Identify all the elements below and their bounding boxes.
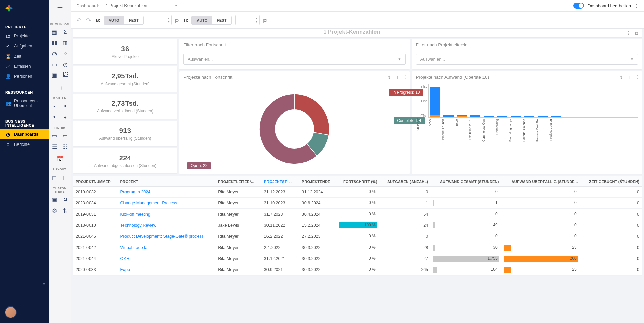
export-icon[interactable]: ⇪	[620, 178, 624, 183]
collapse-sidebar-icon[interactable]: «	[43, 281, 45, 286]
table-row[interactable]: 2021-0044OKRRita Meyer31.12.202130.3.202…	[73, 253, 642, 264]
nav-projects[interactable]: 🗂Projekte	[0, 31, 49, 41]
table-header[interactable]: PROJEKTLEITER*...	[215, 176, 261, 187]
widget-custom1-icon[interactable]: ▣	[50, 195, 59, 204]
table-header[interactable]: AUFWAND GESAMT (STUNDEN)	[431, 176, 501, 187]
bar[interactable]	[524, 116, 534, 117]
nav-tasks[interactable]: ✔Aufgaben	[0, 41, 49, 51]
export-icon[interactable]: ⇪	[627, 30, 631, 36]
dashboard-select[interactable]: 1 Projekt Kennzahlen ▼	[103, 2, 180, 10]
filter-progress-select[interactable]: Auswählen... ▼	[183, 54, 406, 65]
widget-pie-icon[interactable]: ◔	[50, 49, 59, 58]
widget-card4-icon[interactable]: ⬥	[61, 112, 70, 121]
undo-icon[interactable]: ↶	[76, 17, 81, 24]
height-fixed-button[interactable]: FEST	[212, 16, 231, 24]
height-up-icon[interactable]: ▲	[254, 17, 259, 20]
project-link[interactable]: Expo	[120, 267, 130, 272]
widget-card3-icon[interactable]: •	[50, 112, 59, 121]
parameters-icon[interactable]: ⧉	[635, 30, 638, 36]
export-icon[interactable]: ⇪	[619, 75, 623, 80]
table-header[interactable]: PROJEKTST...↓	[261, 176, 299, 187]
table-row[interactable]: 2020-0033ExpoRita Meyer30.9.202130.3.202…	[73, 264, 642, 276]
widget-layout2-icon[interactable]: ◫	[61, 173, 70, 182]
widget-filter3-icon[interactable]: ☰	[50, 142, 59, 151]
nav-persons[interactable]: 👤Personen	[0, 71, 49, 82]
fullscreen-icon[interactable]: ⛶	[401, 75, 406, 80]
metric-card[interactable]: 36Aktive Projekte	[73, 39, 177, 64]
nav-time[interactable]: ⌛Zeit	[0, 51, 49, 61]
fullscreen-icon[interactable]: ⛶	[634, 75, 638, 80]
bar[interactable]	[511, 116, 521, 117]
widget-layout1-icon[interactable]: ◻	[50, 173, 59, 182]
kebab-icon[interactable]: ⋮	[634, 3, 639, 8]
widget-scatter-icon[interactable]: ⁘	[61, 49, 70, 58]
table-row[interactable]: 2021-0042Virtual trade fairRita Meyer2.1…	[73, 242, 642, 253]
widget-card1-icon[interactable]: ⬩	[50, 102, 59, 110]
table-header[interactable]: PROJEKTENDE	[299, 176, 336, 187]
widget-filter4-icon[interactable]: ☷	[61, 142, 70, 151]
project-link[interactable]: OKR	[120, 256, 129, 261]
widget-container-icon[interactable]: ▣	[50, 71, 59, 79]
table-row[interactable]: 2023-0034Change Management ProcessRita M…	[73, 198, 642, 209]
table-header[interactable]: FORTSCHRITT (%)	[336, 176, 380, 187]
redo-icon[interactable]: ↷	[86, 17, 91, 24]
project-link[interactable]: Change Management Process	[120, 201, 177, 205]
bar[interactable]	[538, 116, 548, 118]
bar[interactable]	[497, 116, 507, 117]
width-up-icon[interactable]: ▲	[166, 17, 171, 20]
widget-text-icon[interactable]: ▭	[50, 60, 59, 69]
table-row[interactable]: 2021-0046Product Development: Stage-Gate…	[73, 231, 642, 242]
height-auto-button[interactable]: AUTO	[192, 16, 212, 24]
table-header[interactable]: AUFWAND ÜBERFÄLLIG (STUNDE...	[502, 176, 581, 187]
export-icon[interactable]: ⇪	[387, 75, 391, 80]
width-auto-button[interactable]: AUTO	[104, 16, 124, 24]
maximize-icon[interactable]: ◻	[627, 178, 631, 183]
table-header[interactable]: PROJEKT	[117, 176, 215, 187]
edit-toggle[interactable]	[573, 3, 584, 9]
nav-capture[interactable]: ⇄Erfassen	[0, 61, 49, 71]
widget-custom2-icon[interactable]: 🗎	[61, 195, 70, 204]
widget-barchart-icon[interactable]: ▮▮	[50, 38, 59, 47]
width-down-icon[interactable]: ▼	[166, 20, 171, 24]
metric-card[interactable]: 2,73Tsd.Aufwand verbleibend (Stunden)	[73, 94, 177, 119]
width-input[interactable]	[147, 15, 166, 25]
widget-grid-icon[interactable]: ▦	[50, 28, 59, 36]
widget-kpi-icon[interactable]: ⬚	[56, 83, 64, 92]
table-header[interactable]: AUFGABEN (ANZAHL)	[380, 176, 431, 187]
project-link[interactable]: Technology Review	[120, 223, 156, 228]
filter-lead-select[interactable]: Auswählen... ▼	[416, 54, 638, 65]
project-link[interactable]: Programm 2024	[120, 190, 150, 194]
project-link[interactable]: Product Development: Stage-Gate® process	[120, 234, 204, 239]
donut-chart[interactable]: In Progress: 10 Completed: 4 Open: 22	[179, 82, 410, 174]
widget-card2-icon[interactable]: ▪	[61, 102, 70, 110]
bar[interactable]	[484, 116, 494, 117]
nav-resource-overview[interactable]: 👥Ressourcen-Übersicht	[0, 96, 49, 110]
widget-custom4-icon[interactable]: ⇅	[61, 206, 70, 215]
bar[interactable]	[443, 115, 454, 118]
metric-card[interactable]: 224Aufwand abgeschlossen (Stunden)	[73, 148, 177, 173]
widget-filter2-icon[interactable]: ▭	[61, 131, 70, 140]
height-input[interactable]	[236, 15, 254, 25]
table-row[interactable]: 2018-0010Technology ReviewJake Lewis30.1…	[73, 220, 642, 231]
metric-card[interactable]: 913Aufwand überfällig (Stunden)	[73, 121, 177, 146]
widget-custom3-icon[interactable]: ⚙	[50, 206, 59, 215]
table-row[interactable]: 2019-0031Kick-off meetingRita Meyer31.7.…	[73, 209, 642, 220]
height-down-icon[interactable]: ▼	[254, 20, 259, 24]
widget-filter1-icon[interactable]: ▭	[50, 131, 59, 140]
widget-date-icon[interactable]: 📅	[56, 154, 64, 163]
width-fixed-button[interactable]: FEST	[124, 16, 143, 24]
table-row[interactable]: 2019-0032Programm 2024Rita Meyer31.12.20…	[73, 187, 642, 198]
project-link[interactable]: Kick-off meeting	[120, 212, 150, 217]
widget-image-icon[interactable]: 🖼	[61, 71, 70, 79]
nav-dashboards[interactable]: ◔Dashboards	[0, 129, 49, 139]
bar[interactable]	[430, 87, 440, 117]
hamburger-icon[interactable]: ☰	[57, 0, 63, 20]
maximize-icon[interactable]: ◻	[394, 75, 398, 80]
widget-gauge-icon[interactable]: ◷	[61, 60, 70, 69]
project-link[interactable]: Virtual trade fair	[120, 245, 150, 250]
bar[interactable]	[457, 115, 467, 118]
bar[interactable]	[551, 116, 561, 118]
bar-chart[interactable]: Stunden 2Tsd.1Tsd.0Tsd. OKRProduct Launc…	[412, 82, 642, 147]
widget-column-icon[interactable]: ▥	[61, 38, 70, 47]
maximize-icon[interactable]: ◻	[627, 75, 630, 80]
